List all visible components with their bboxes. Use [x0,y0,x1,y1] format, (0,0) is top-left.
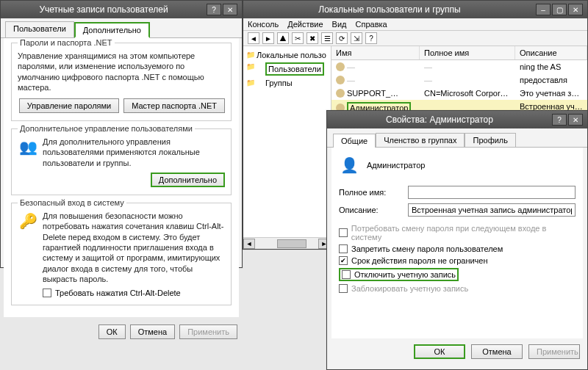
user-large-icon: 👤 [339,155,359,175]
group-net-legend: Пароли и паспорта .NET [18,38,115,47]
user-icon [336,62,345,71]
prop-checklist: Потребовать смену пароля при следующем в… [339,224,576,293]
export-icon[interactable]: ⇲ [351,32,362,44]
prop-general-pane: 👤 Администратор Полное имя: Описание: По… [331,148,583,338]
user-accounts-dialog: Учетные записи пользователей ? ✕ Пользов… [0,0,243,268]
scroll-thumb[interactable] [277,239,306,248]
password-never-expires-label: Срок действия пароля не ограничен [351,256,488,265]
passport-wizard-button[interactable]: Мастер паспорта .NET [123,98,225,113]
ok-button[interactable]: ОК [98,324,126,339]
lusers-tree: Локальные пользо Пользователи Группы ◄ ► [243,46,331,246]
cut-icon[interactable]: ✂ [292,32,304,44]
scroll-left-icon[interactable]: ◄ [243,239,255,249]
ua-content: Пароли и паспорта .NET Управление хранящ… [4,38,239,317]
checkbox-icon [339,228,348,237]
description-input[interactable] [408,203,576,217]
prop-footer: ОК Отмена Применить [327,338,587,365]
group-net-passports: Пароли и паспорта .NET Управление хранящ… [11,43,232,121]
prop-tabs: Общие Членство в группах Профиль [327,128,587,148]
manage-passwords-button[interactable]: Управление паролями [19,98,119,113]
tree-groups[interactable]: Группы [246,77,328,89]
must-change-password-checkbox: Потребовать смену пароля при следующем в… [339,224,576,242]
user-icon [336,89,345,98]
lusers-titlebar: Локальные пользователи и группы – ▢ ✕ [243,1,587,18]
back-icon[interactable]: ◄ [248,32,259,44]
user-icon [336,76,345,84]
help-button[interactable]: ? [552,114,567,126]
description-row: Описание: [339,203,576,217]
menu-help[interactable]: Справка [356,20,387,29]
group-advanced-mgmt: Дополнительное управление пользователями… [11,128,232,195]
group-adv-legend: Дополнительное управление пользователями [18,124,195,133]
account-disabled-label: Отключить учетную запись [354,270,456,279]
help-button[interactable]: ? [207,4,221,15]
maximize-button[interactable]: ▢ [552,4,567,15]
col-fullname[interactable]: Полное имя [420,46,515,59]
table-row[interactable]: — — ning the AS [331,60,587,73]
ua-footer: ОК Отмена Применить [1,320,242,344]
cannot-change-password-checkbox[interactable]: Запретить смену пароля пользователем [339,244,576,253]
fullname-row: Полное имя: [339,186,576,199]
tab-profile[interactable]: Профиль [465,133,516,147]
table-row[interactable]: SUPPORT_… CN=Microsoft Corporati… Это уч… [331,87,587,100]
cancel-button[interactable]: Отмена [471,344,523,359]
refresh-icon[interactable]: ⟳ [336,32,348,44]
ua-title: Учетные записи пользователей [5,4,202,15]
require-cad-checkbox[interactable]: Требовать нажатия Ctrl-Alt-Delete [43,289,225,297]
description-label: Описание: [339,206,402,214]
group-secure-login: Безопасный вход в систему 🔑 Для повышени… [11,203,232,305]
ok-button[interactable]: ОК [414,344,465,359]
forward-icon[interactable]: ► [262,32,274,44]
lusers-menubar: Консоль Действие Вид Справка [243,18,587,31]
group-sec-legend: Безопасный вход в систему [18,198,126,207]
up-icon[interactable]: ⯅ [277,32,289,44]
prop-title: Свойства: Администратор [331,115,548,125]
require-cad-label: Требовать нажатия Ctrl-Alt-Delete [55,289,181,297]
apply-button[interactable]: Применить [528,344,580,359]
prop-titlebar: Свойства: Администратор ? ✕ [327,111,587,128]
help-icon[interactable]: ? [365,32,377,44]
cannot-change-password-label: Запретить смену пароля пользователем [351,244,503,253]
checkbox-icon [342,270,351,279]
ua-titlebar: Учетные записи пользователей ? ✕ [1,1,242,18]
key-icon: 🔑 [18,211,38,231]
tab-general[interactable]: Общие [333,134,376,148]
cancel-button[interactable]: Отмена [130,324,175,339]
menu-console[interactable]: Консоль [248,20,279,29]
menu-action[interactable]: Действие [287,20,323,29]
account-locked-label: Заблокировать учетную запись [351,284,468,293]
fullname-input[interactable] [408,186,576,199]
tab-users[interactable]: Пользователи [5,21,74,37]
table-row[interactable]: — — предоставля [331,73,587,87]
menu-view[interactable]: Вид [332,20,347,29]
checkbox-icon [43,289,51,297]
advanced-button[interactable]: Дополнительно [151,173,225,187]
close-button[interactable]: ✕ [568,4,583,15]
lusers-toolbar: ◄ ► ⯅ ✂ ✖ ☰ ⟳ ⇲ ? [243,31,587,46]
close-button[interactable]: ✕ [568,114,583,126]
checkbox-icon: ✔ [339,256,348,265]
checkbox-icon [339,244,348,253]
tab-advanced[interactable]: Дополнительно [74,22,150,38]
lusers-title: Локальные пользователи и группы [248,4,531,15]
account-disabled-checkbox[interactable]: Отключить учетную запись [339,268,459,281]
prop-username: Администратор [367,161,425,170]
ua-tabs: Пользователи Дополнительно [1,18,242,38]
user-list-header: Имя Полное имя Описание [331,46,587,60]
tree-root[interactable]: Локальные пользо [246,49,328,61]
group-adv-text: Для дополнительного управления пользоват… [43,137,225,168]
password-never-expires-checkbox[interactable]: ✔ Срок действия пароля не ограничен [339,256,576,265]
administrator-properties-dialog: Свойства: Администратор ? ✕ Общие Членст… [326,110,588,370]
col-name[interactable]: Имя [331,46,420,59]
delete-icon[interactable]: ✖ [306,32,318,44]
col-desc[interactable]: Описание [515,46,587,59]
apply-button[interactable]: Применить [179,324,237,339]
group-net-text: Управление хранящимися на этом компьютер… [18,51,225,92]
account-locked-checkbox: Заблокировать учетную запись [339,284,576,293]
close-button[interactable]: ✕ [223,4,237,15]
tab-member-of[interactable]: Членство в группах [376,133,465,147]
properties-icon[interactable]: ☰ [321,32,333,44]
minimize-button[interactable]: – [536,4,551,15]
group-sec-text: Для повышения безопасности можно потребо… [43,211,225,284]
tree-users[interactable]: Пользователи [246,61,328,77]
